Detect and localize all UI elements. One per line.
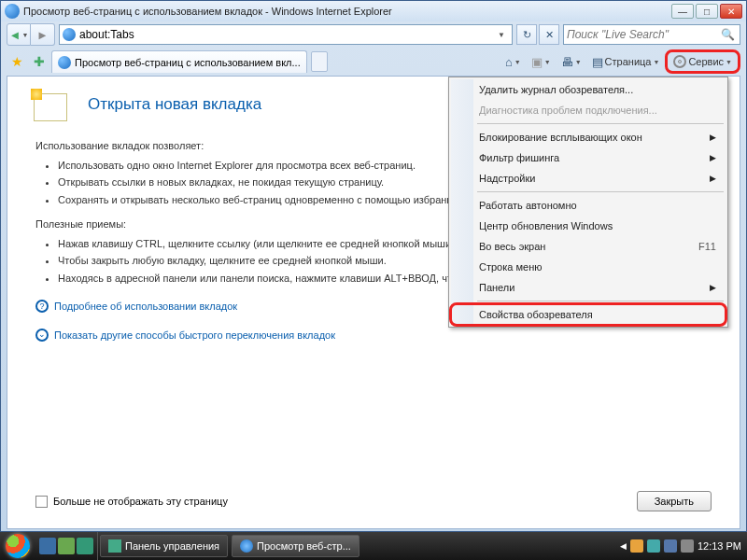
menu-internet-options[interactable]: Свойства обозревателя [451, 304, 726, 325]
tray-network-icon[interactable] [664, 539, 677, 553]
dont-show-checkbox[interactable] [35, 496, 48, 508]
quick-launch [35, 532, 98, 560]
rss-icon: ▣ [531, 55, 543, 69]
menu-menu-bar[interactable]: Строка меню [451, 257, 726, 277]
gear-icon [673, 55, 686, 68]
page-icon [63, 28, 76, 41]
print-icon: 🖶 [561, 55, 573, 69]
menu-delete-history[interactable]: Удалить журнал обозревателя... [451, 79, 726, 100]
search-bar[interactable]: 🔍 [563, 24, 740, 45]
tab-toolbar: ★ ✚ Просмотр веб-страниц с использование… [1, 48, 746, 76]
page-menu-button[interactable]: ▤Страница▼ [587, 51, 665, 72]
print-button[interactable]: 🖶▼ [557, 51, 586, 72]
window-title: Просмотр веб-страниц с использованием вк… [23, 6, 671, 17]
tray-icon[interactable] [630, 539, 643, 553]
titlebar: Просмотр веб-страниц с использованием вк… [1, 1, 746, 21]
ie-window: Просмотр веб-страниц с использованием вк… [0, 0, 747, 532]
taskbar-task-control-panel[interactable]: Панель управления [100, 535, 228, 557]
ie-icon [240, 539, 253, 553]
feeds-button[interactable]: ▣▼ [527, 51, 556, 72]
menu-fullscreen[interactable]: Во весь экранF11 [451, 236, 726, 257]
search-input[interactable] [567, 28, 719, 41]
quick-launch-item[interactable] [39, 538, 56, 554]
browser-tab[interactable]: Просмотр веб-страниц с использованием вк… [51, 50, 307, 73]
search-icon[interactable]: 🔍 [719, 28, 737, 41]
menu-diagnose-connection: Диагностика проблем подключения... [451, 100, 726, 120]
nav-toolbar: ◄▼ ► ▼ ↻ ✕ 🔍 [1, 21, 746, 48]
new-tab-button[interactable] [311, 51, 328, 72]
chevron-down-icon: ⌄ [35, 329, 49, 342]
menu-separator [477, 191, 724, 192]
help-icon: ? [35, 300, 49, 313]
submenu-arrow-icon: ▶ [710, 133, 716, 142]
address-bar[interactable]: ▼ [59, 24, 513, 45]
stop-button[interactable]: ✕ [539, 24, 559, 45]
add-favorite-button[interactable]: ✚ [29, 51, 49, 72]
forward-button[interactable]: ► [31, 23, 55, 46]
tab-label: Просмотр веб-страниц с использованием вк… [75, 57, 301, 68]
windows-taskbar: Панель управления Просмотр веб-стр... ◀ … [0, 532, 747, 560]
quick-launch-item[interactable] [77, 538, 93, 554]
address-input[interactable] [79, 28, 494, 41]
page-doc-icon: ▤ [592, 55, 603, 69]
close-window-button[interactable]: ✕ [720, 4, 742, 19]
menu-separator [477, 301, 724, 301]
new-tab-hero-icon [34, 93, 67, 121]
ie-logo-icon [5, 4, 20, 19]
windows-orb-icon [6, 534, 30, 558]
submenu-arrow-icon: ▶ [710, 174, 716, 183]
tools-menu-button[interactable]: Сервис▼ [665, 49, 740, 74]
refresh-button[interactable]: ↻ [516, 24, 537, 45]
tray-icon[interactable] [647, 539, 660, 553]
close-page-button[interactable]: Закрыть [637, 491, 712, 511]
menu-work-offline[interactable]: Работать автономно [451, 195, 726, 216]
submenu-arrow-icon: ▶ [710, 153, 716, 162]
home-button[interactable]: ⌂▼ [500, 51, 526, 72]
submenu-arrow-icon: ▶ [710, 283, 716, 292]
taskbar-task-ie[interactable]: Просмотр веб-стр... [232, 535, 359, 557]
menu-toolbars[interactable]: Панели▶ [451, 277, 726, 298]
control-panel-icon [108, 539, 121, 553]
back-button[interactable]: ◄▼ [7, 23, 31, 46]
menu-windows-update[interactable]: Центр обновления Windows [451, 216, 726, 236]
tab-favicon-icon [58, 56, 71, 69]
address-dropdown-icon[interactable]: ▼ [494, 31, 509, 39]
maximize-button[interactable]: □ [696, 4, 718, 19]
start-button[interactable] [0, 532, 35, 560]
menu-popup-blocker[interactable]: Блокирование всплывающих окон▶ [451, 127, 726, 147]
tray-expand-icon[interactable]: ◀ [620, 541, 627, 551]
menu-separator [477, 123, 724, 124]
tools-menu-label: Сервис [688, 56, 724, 67]
system-tray: ◀ 12:13 PM [614, 539, 747, 553]
page-content: Открыта новая вкладка Использование вкла… [7, 76, 740, 529]
minimize-button[interactable]: — [671, 4, 694, 19]
page-footer: Больше не отображать эту страницу Закрыт… [35, 491, 712, 511]
menu-addons[interactable]: Надстройки▶ [451, 168, 726, 189]
home-icon: ⌂ [505, 55, 513, 69]
taskbar-clock[interactable]: 12:13 PM [698, 540, 741, 552]
favorites-button[interactable]: ★ [7, 51, 27, 72]
menu-phishing-filter[interactable]: Фильтр фишинга▶ [451, 147, 726, 168]
show-options-link[interactable]: ⌄ Показать другие способы быстрого перек… [35, 328, 712, 343]
tray-volume-icon[interactable] [681, 539, 694, 553]
dont-show-label: Больше не отображать эту страницу [53, 496, 228, 507]
tools-dropdown-menu: Удалить журнал обозревателя... Диагности… [448, 77, 728, 328]
page-menu-label: Страница [605, 56, 652, 67]
quick-launch-item[interactable] [58, 538, 75, 554]
